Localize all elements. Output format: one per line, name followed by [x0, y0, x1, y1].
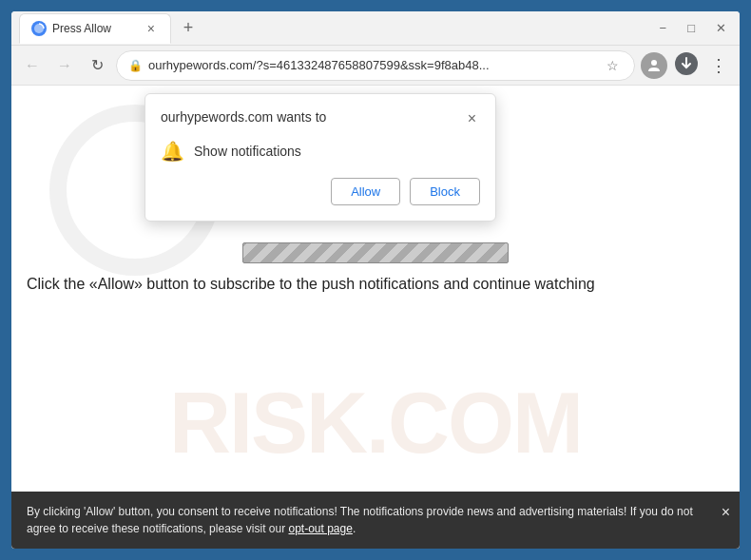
- watermark-text: risk.com: [169, 375, 582, 473]
- tab-favicon-icon: [31, 21, 47, 36]
- download-icon: [673, 50, 700, 77]
- profile-button[interactable]: [641, 52, 667, 79]
- loading-bar-container: [242, 242, 509, 263]
- popup-header: ourhypewords.com wants to ×: [161, 109, 480, 128]
- tab-title: Press Allow: [52, 22, 138, 35]
- window-controls: − □ ✕: [654, 19, 732, 37]
- refresh-button[interactable]: ↻: [84, 52, 110, 79]
- tab-strip: Press Allow × +: [19, 13, 641, 44]
- block-button[interactable]: Block: [410, 178, 480, 205]
- url-text: ourhypewords.com/?s=461332487658807599&s…: [148, 58, 597, 72]
- forward-button[interactable]: →: [51, 52, 78, 79]
- lock-icon: 🔒: [128, 59, 143, 72]
- consent-text-end: .: [353, 522, 356, 535]
- popup-content: 🔔 Show notifications: [161, 140, 480, 163]
- tab-close-button[interactable]: ×: [144, 19, 159, 38]
- popup-title: ourhypewords.com wants to: [161, 109, 326, 125]
- active-tab[interactable]: Press Allow ×: [19, 13, 171, 44]
- bell-icon: 🔔: [161, 140, 184, 163]
- page-content: risk.com ourhypewords.com wants to × 🔔 S…: [11, 86, 740, 549]
- opt-out-link[interactable]: opt-out page: [288, 522, 352, 535]
- loading-bar: [242, 242, 509, 263]
- title-bar: Press Allow × + − □ ✕: [11, 11, 740, 46]
- popup-description: Show notifications: [194, 144, 301, 159]
- maximize-button[interactable]: □: [682, 19, 701, 37]
- notification-popup: ourhypewords.com wants to × 🔔 Show notif…: [144, 93, 496, 222]
- consent-close-button[interactable]: ×: [722, 501, 730, 524]
- main-text: Click the «Allow» button to subscribe to…: [11, 276, 740, 293]
- close-window-button[interactable]: ✕: [710, 19, 732, 37]
- back-button[interactable]: ←: [19, 52, 46, 79]
- svg-point-1: [651, 60, 657, 66]
- popup-buttons: Allow Block: [161, 178, 480, 205]
- menu-button[interactable]: ⋮: [705, 52, 732, 79]
- address-bar[interactable]: 🔒 ourhypewords.com/?s=461332487658807599…: [116, 50, 635, 81]
- allow-button[interactable]: Allow: [331, 178, 400, 205]
- consent-bar: By clicking 'Allow' button, you consent …: [11, 492, 740, 549]
- popup-close-button[interactable]: ×: [464, 109, 480, 128]
- new-tab-button[interactable]: +: [175, 15, 202, 42]
- nav-bar: ← → ↻ 🔒 ourhypewords.com/?s=461332487658…: [11, 46, 740, 86]
- browser-window: Press Allow × + − □ ✕ ← → ↻ 🔒 ourhypewor…: [10, 10, 741, 550]
- bookmark-icon[interactable]: ☆: [603, 56, 623, 75]
- minimize-button[interactable]: −: [654, 19, 673, 37]
- address-icons: ☆: [603, 56, 623, 75]
- consent-text: By clicking 'Allow' button, you consent …: [27, 505, 693, 535]
